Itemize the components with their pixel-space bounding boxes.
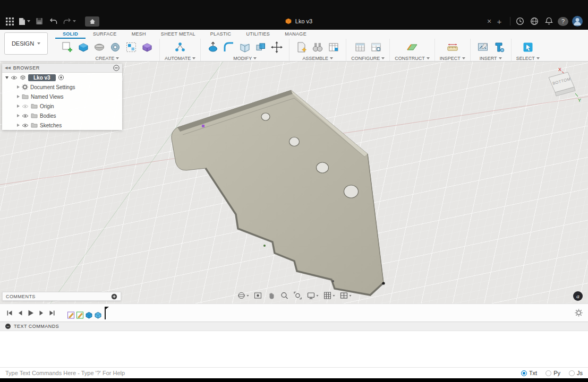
insert-menu[interactable]: INSERT	[480, 56, 502, 61]
activate-target-icon[interactable]	[58, 74, 64, 81]
collapse-caret-icon[interactable]	[5, 76, 8, 79]
radio-js[interactable]	[569, 370, 575, 376]
grid-settings-icon[interactable]	[323, 291, 335, 300]
select-tool-icon[interactable]	[521, 40, 535, 55]
undo-icon[interactable]	[48, 16, 59, 27]
form-box-icon[interactable]	[140, 40, 155, 55]
create-menu[interactable]: CREATE	[96, 56, 120, 61]
radio-txt[interactable]	[521, 370, 527, 376]
extrude-feature-icon[interactable]	[94, 310, 102, 319]
web-icon[interactable]	[529, 16, 540, 27]
text-commands-header[interactable]: – TEXT COMMANDS	[0, 322, 588, 331]
mode-txt[interactable]: Txt	[521, 370, 537, 376]
workspace-switcher[interactable]: DESIGN	[4, 32, 48, 55]
home-icon[interactable]	[85, 16, 99, 27]
step-back-icon[interactable]	[16, 309, 24, 317]
browser-item-document-settings[interactable]: Document Settings	[2, 82, 122, 92]
browser-item-sketches[interactable]: Sketches	[2, 120, 122, 130]
hole-4[interactable]	[344, 185, 359, 198]
automate-network-icon[interactable]	[173, 40, 188, 55]
expand-caret-icon[interactable]	[17, 105, 20, 108]
insert-derive-icon[interactable]	[491, 40, 506, 55]
tab-surface[interactable]: SURFACE	[86, 30, 124, 39]
assistant-icon[interactable]: a	[573, 291, 583, 301]
mode-js[interactable]: Js	[569, 370, 583, 376]
automate-menu[interactable]: AUTOMATE	[165, 56, 195, 61]
fillet-icon[interactable]	[221, 40, 236, 55]
orbit-icon[interactable]	[237, 291, 249, 300]
text-command-input[interactable]	[5, 370, 513, 376]
file-menu-icon[interactable]	[19, 16, 30, 27]
construction-plane-icon[interactable]	[405, 40, 420, 55]
redo-icon[interactable]	[63, 16, 76, 27]
pattern-icon[interactable]	[124, 40, 139, 55]
collapse-browser-icon[interactable]: ◀◀	[5, 66, 11, 70]
save-icon[interactable]	[34, 16, 45, 27]
browser-item-named-views[interactable]: Named Views	[2, 92, 122, 101]
text-commands-output[interactable]	[0, 331, 588, 367]
root-document-label[interactable]: Lko v3	[28, 74, 56, 81]
play-icon[interactable]	[27, 309, 35, 317]
joint-icon[interactable]	[310, 40, 325, 55]
modify-menu[interactable]: MODIFY	[233, 56, 257, 61]
mode-py[interactable]: Py	[546, 370, 560, 376]
document-tab[interactable]: Lko v3 ×	[103, 15, 494, 28]
visibility-eye-icon[interactable]	[22, 123, 29, 128]
timeline-settings-icon[interactable]	[575, 309, 583, 317]
combine-icon[interactable]	[253, 40, 268, 55]
go-to-end-icon[interactable]	[48, 309, 56, 317]
construct-menu[interactable]: CONSTRUCT	[395, 56, 430, 61]
display-settings-icon[interactable]	[306, 291, 318, 300]
notifications-icon[interactable]	[543, 16, 554, 27]
insert-canvas-icon[interactable]	[475, 40, 490, 55]
sketch-feature-icon[interactable]	[67, 310, 75, 319]
configure-features-icon[interactable]	[369, 40, 384, 55]
close-tab-icon[interactable]: ×	[484, 17, 494, 25]
zoom-icon[interactable]	[280, 291, 288, 300]
extrude-icon[interactable]	[76, 40, 91, 55]
shell-icon[interactable]	[237, 40, 252, 55]
app-grid-icon[interactable]	[4, 16, 15, 27]
assemble-menu[interactable]: ASSEMBLE	[302, 56, 333, 61]
configure-menu[interactable]: CONFIGURE	[351, 56, 385, 61]
radio-py[interactable]	[546, 370, 551, 376]
tab-plastic[interactable]: PLASTIC	[203, 30, 239, 39]
coil-icon[interactable]	[108, 40, 123, 55]
hole-1[interactable]	[261, 113, 270, 120]
text-commands-area[interactable]	[0, 331, 588, 367]
viewports-icon[interactable]	[339, 291, 351, 300]
select-menu[interactable]: SELECT	[516, 56, 540, 61]
collapse-panel-icon[interactable]: –	[5, 324, 11, 329]
tab-manage[interactable]: MANAGE	[277, 30, 314, 39]
extrude-feature-icon[interactable]	[85, 310, 93, 319]
browser-item-origin[interactable]: Origin	[2, 101, 122, 111]
browser-root-row[interactable]: Lko v3	[2, 73, 122, 82]
configuration-table-icon[interactable]	[353, 40, 368, 55]
hole-2[interactable]	[289, 137, 300, 146]
move-copy-icon[interactable]	[269, 40, 284, 55]
comments-bar[interactable]: COMMENTS	[2, 292, 121, 301]
expand-caret-icon[interactable]	[17, 124, 20, 127]
expand-caret-icon[interactable]	[17, 85, 20, 89]
new-component-icon[interactable]	[294, 40, 309, 55]
press-pull-icon[interactable]	[206, 40, 220, 55]
revolve-icon[interactable]	[92, 40, 107, 55]
tab-utilities[interactable]: UTILITIES	[238, 30, 277, 39]
timeline-position-marker[interactable]	[105, 307, 106, 319]
visibility-eye-icon[interactable]	[22, 104, 29, 109]
view-cube[interactable]: X BOTTOM Y	[540, 66, 583, 107]
tab-solid[interactable]: SOLID	[55, 30, 86, 39]
rigid-group-icon[interactable]	[326, 40, 341, 55]
create-sketch-icon[interactable]	[60, 40, 75, 55]
user-avatar[interactable]	[572, 16, 583, 27]
sketch-feature-icon[interactable]	[76, 310, 84, 319]
expand-caret-icon[interactable]	[17, 95, 20, 98]
tab-mesh[interactable]: MESH	[124, 30, 154, 39]
hole-3[interactable]	[317, 162, 329, 173]
new-tab-icon[interactable]: +	[494, 17, 505, 26]
visibility-eye-icon[interactable]	[11, 75, 18, 80]
extensions-icon[interactable]	[515, 16, 525, 27]
browser-item-bodies[interactable]: Bodies	[2, 111, 122, 120]
part-body[interactable]	[172, 90, 385, 295]
measure-icon[interactable]	[445, 40, 460, 55]
